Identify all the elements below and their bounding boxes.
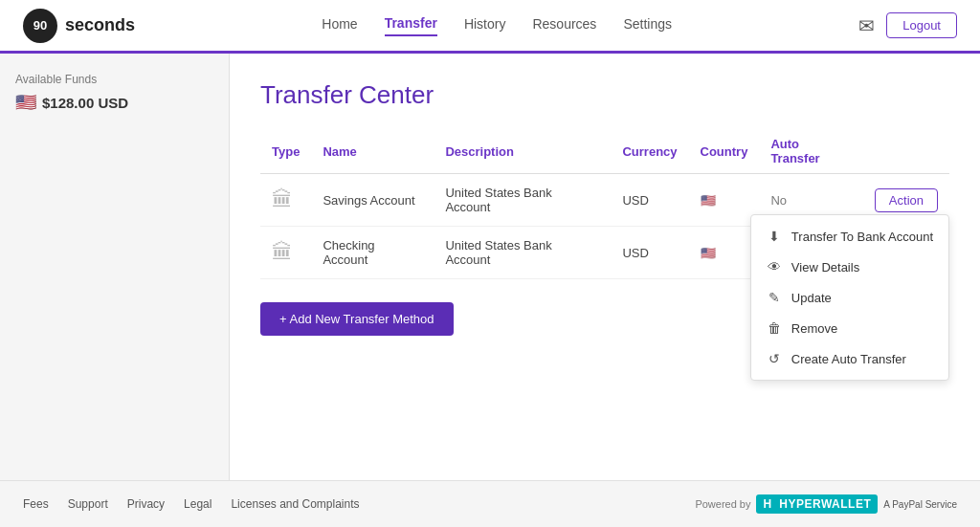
mail-icon[interactable]: ✉ <box>858 14 875 37</box>
logout-button[interactable]: Logout <box>886 12 957 38</box>
available-funds-label: Available Funds <box>15 73 213 86</box>
col-country: Country <box>689 129 760 174</box>
col-description: Description <box>434 129 611 174</box>
sidebar: Available Funds 🇺🇸 $128.00 USD <box>0 54 230 480</box>
row1-description: United States Bank Account <box>434 174 611 227</box>
footer-privacy[interactable]: Privacy <box>127 497 165 511</box>
footer-support[interactable]: Support <box>68 497 108 511</box>
transfer-content: Transfer Center Type Name Description Cu… <box>230 54 980 480</box>
nav-home[interactable]: Home <box>322 16 357 35</box>
col-auto-transfer: Auto Transfer <box>759 129 862 174</box>
row2-type: 🏛 <box>260 227 311 279</box>
row2-name: Checking Account <box>311 227 434 279</box>
row2-flag: 🇺🇸 <box>701 246 716 260</box>
col-action <box>863 129 949 174</box>
dropdown-remove-label: Remove <box>791 321 837 336</box>
row1-country: 🇺🇸 <box>689 174 760 227</box>
dropdown-update-label: Update <box>791 291 832 305</box>
dropdown-item-view[interactable]: 👁 View Details <box>751 252 948 282</box>
row1-type: 🏛 <box>260 174 311 227</box>
hyperwallet-logo: H HYPERWALLET <box>756 494 878 514</box>
main-nav: Home Transfer History Resources Settings <box>322 15 672 36</box>
row1-name: Savings Account <box>311 174 434 227</box>
available-funds-amount: 🇺🇸 $128.00 USD <box>15 92 213 113</box>
trash-icon: 🗑 <box>767 320 782 336</box>
nav-settings[interactable]: Settings <box>623 16 672 35</box>
footer-licenses[interactable]: Licenses and Complaints <box>231 497 359 511</box>
row1-flag: 🇺🇸 <box>701 193 716 208</box>
footer: Fees Support Privacy Legal Licenses and … <box>0 480 980 527</box>
col-name: Name <box>311 129 434 174</box>
dropdown-item-remove[interactable]: 🗑 Remove <box>751 313 948 343</box>
brand-name: seconds <box>65 15 135 35</box>
logo-area: 90 seconds <box>23 9 135 43</box>
bank-icon: 🏛 <box>272 187 293 211</box>
transfer-bank-icon: ⬇ <box>767 229 782 244</box>
logo-circle: 90 <box>23 9 57 43</box>
dropdown-item-auto[interactable]: ↺ Create Auto Transfer <box>751 343 948 374</box>
col-currency: Currency <box>611 129 688 174</box>
dropdown-auto-label: Create Auto Transfer <box>791 352 906 366</box>
eye-icon: 👁 <box>767 259 782 274</box>
nav-transfer[interactable]: Transfer <box>385 15 437 36</box>
funds-value: $128.00 USD <box>42 95 128 111</box>
logo-circle-text: 90 <box>33 18 47 33</box>
footer-links: Fees Support Privacy Legal Licenses and … <box>23 497 360 511</box>
page-title: Transfer Center <box>260 80 949 110</box>
col-type: Type <box>260 129 311 174</box>
powered-by-text: Powered by <box>695 498 750 510</box>
edit-icon: ✎ <box>767 290 782 305</box>
footer-legal[interactable]: Legal <box>184 497 212 511</box>
row2-country: 🇺🇸 <box>689 227 760 279</box>
refresh-icon: ↺ <box>767 351 782 366</box>
footer-brand: Powered by H HYPERWALLET A PayPal Servic… <box>695 494 957 514</box>
dropdown-item-update[interactable]: ✎ Update <box>751 282 948 313</box>
nav-resources[interactable]: Resources <box>532 16 596 35</box>
row2-description: United States Bank Account <box>434 227 611 279</box>
paypal-tag: A PayPal Service <box>883 499 957 510</box>
dropdown-view-label: View Details <box>791 260 859 274</box>
main-content: Available Funds 🇺🇸 $128.00 USD Transfer … <box>0 54 980 480</box>
action-button[interactable]: Action <box>875 188 938 212</box>
add-transfer-method-button[interactable]: + Add New Transfer Method <box>260 302 454 336</box>
dropdown-item-transfer[interactable]: ⬇ Transfer To Bank Account <box>751 221 948 252</box>
footer-fees[interactable]: Fees <box>23 497 49 511</box>
table-header-row: Type Name Description Currency Country A… <box>260 129 949 174</box>
row1-currency: USD <box>611 174 688 227</box>
header-actions: ✉ Logout <box>858 12 957 38</box>
action-dropdown-menu: ⬇ Transfer To Bank Account 👁 View Detail… <box>750 214 949 381</box>
us-flag-icon: 🇺🇸 <box>15 92 36 113</box>
row2-currency: USD <box>611 227 688 279</box>
header: 90 seconds Home Transfer History Resourc… <box>0 0 980 54</box>
dropdown-transfer-label: Transfer To Bank Account <box>791 230 933 244</box>
nav-history[interactable]: History <box>464 16 506 35</box>
bank-icon: 🏛 <box>272 240 293 264</box>
